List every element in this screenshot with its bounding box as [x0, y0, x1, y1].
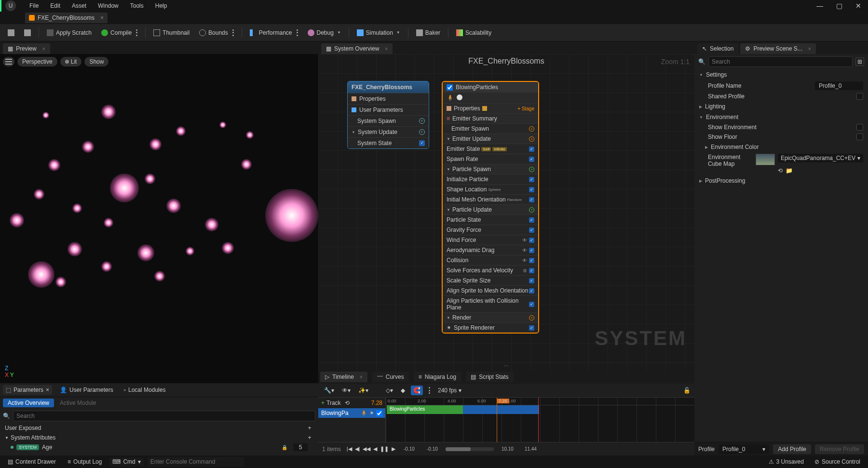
- menu-asset[interactable]: Asset: [66, 2, 92, 9]
- eye-icon[interactable]: 👁: [522, 238, 527, 243]
- check-icon[interactable]: ✓: [529, 268, 534, 273]
- add-icon[interactable]: +: [529, 126, 534, 132]
- play-reverse-button[interactable]: ◀: [373, 446, 377, 452]
- browse-asset-icon[interactable]: 📁: [786, 167, 793, 174]
- out-time[interactable]: 10.10: [498, 446, 517, 452]
- emitter-node[interactable]: BlowingParticles 🧍 Properties+ Stage≡Emi…: [442, 81, 539, 334]
- close-icon[interactable]: ×: [808, 46, 811, 52]
- check-icon[interactable]: ✓: [529, 325, 534, 331]
- emitter-section-row[interactable]: Initial Mesh OrientationRandom✓: [443, 194, 538, 204]
- end-marker[interactable]: [538, 398, 539, 442]
- inspector-search-input[interactable]: [708, 56, 853, 67]
- emitter-section-row[interactable]: Emitter StateSelfInfinite✓: [443, 144, 538, 154]
- step-back-key-button[interactable]: ◀◀: [363, 446, 370, 452]
- params-search-input[interactable]: [13, 411, 315, 421]
- emitter-header[interactable]: BlowingParticles: [443, 82, 538, 93]
- emitter-section-row[interactable]: Solve Forces and Velocity⚙✓: [443, 265, 538, 275]
- unsaved-button[interactable]: ⚠3 Unsaved: [765, 457, 808, 466]
- add-stage-button[interactable]: + Stage: [517, 106, 534, 111]
- emitter-section-row[interactable]: Properties+ Stage: [443, 103, 538, 113]
- in-time[interactable]: -0.10: [422, 446, 442, 452]
- window-close-button[interactable]: ✕: [849, 2, 868, 10]
- show-floor-checkbox[interactable]: [856, 134, 863, 140]
- emitter-section-row[interactable]: ▼Emitter Update+: [443, 134, 538, 144]
- emitter-section-row[interactable]: Particle State✓: [443, 214, 538, 225]
- check-icon[interactable]: ✓: [529, 187, 534, 192]
- node-row-properties[interactable]: Properties: [348, 93, 429, 104]
- niagara-log-tab[interactable]: ≡Niagara Log: [414, 372, 461, 382]
- content-drawer-button[interactable]: ▤Content Drawer: [4, 457, 60, 466]
- bounds-options-icon[interactable]: [232, 29, 234, 36]
- preview-tab[interactable]: ▦Preview×: [3, 43, 50, 54]
- source-control-button[interactable]: ⊘Source Control: [811, 457, 864, 466]
- eye-icon[interactable]: 👁: [522, 248, 527, 253]
- node-row-system-state[interactable]: System State✓: [348, 137, 429, 148]
- bounds-button[interactable]: Bounds: [195, 27, 238, 38]
- check-icon[interactable]: ✓: [529, 147, 534, 152]
- node-row-user-params[interactable]: User Parameters: [348, 104, 429, 115]
- check-icon[interactable]: ✓: [529, 217, 534, 223]
- check-icon[interactable]: ✓: [529, 258, 534, 263]
- menu-help[interactable]: Help: [149, 2, 173, 9]
- node-row-system-update[interactable]: ▼System Update+: [348, 126, 429, 137]
- sync-icon[interactable]: ⟲: [345, 400, 350, 406]
- node-row-system-spawn[interactable]: System Spawn+: [348, 115, 429, 126]
- apply-scratch-button[interactable]: Apply Scratch: [43, 27, 95, 38]
- add-profile-button[interactable]: Add Profile: [773, 444, 811, 454]
- fps-dropdown[interactable]: 240 fps ▾: [438, 387, 461, 394]
- key-dropdown[interactable]: ◇▾: [384, 386, 395, 395]
- emitter-track-row[interactable]: BlowingPa🧍✴: [318, 408, 385, 418]
- perf-options-icon[interactable]: [297, 29, 298, 36]
- check-icon[interactable]: ✓: [419, 140, 425, 146]
- preview-scene-tab[interactable]: ⚙Preview Scene S...×: [740, 43, 815, 54]
- step-back-frame-button[interactable]: ◀|: [355, 446, 360, 452]
- close-icon[interactable]: ×: [42, 46, 45, 52]
- check-icon[interactable]: ✓: [529, 288, 534, 294]
- active-overview-tab[interactable]: Active Overview: [3, 399, 54, 407]
- lit-dropdown[interactable]: Lit: [60, 57, 82, 67]
- remove-profile-button[interactable]: Remove Profile: [815, 444, 864, 454]
- add-icon[interactable]: +: [529, 315, 534, 321]
- lighting-section[interactable]: ▶Lighting: [694, 101, 868, 112]
- script-stats-tab[interactable]: ▤Script Stats: [466, 372, 513, 382]
- settings-icon[interactable]: ⊞: [855, 57, 864, 66]
- menu-window[interactable]: Window: [92, 2, 124, 9]
- show-dropdown[interactable]: Show: [84, 57, 108, 67]
- track-bar-emitter[interactable]: [463, 405, 539, 414]
- emitter-section-row[interactable]: ▼Particle Update+: [443, 204, 538, 214]
- spark-dropdown[interactable]: ✨▾: [356, 386, 370, 395]
- emitter-section-row[interactable]: ✴Sprite Renderer✓: [443, 322, 538, 333]
- emitter-section-row[interactable]: Wind Force👁✓: [443, 235, 538, 245]
- menu-file[interactable]: File: [24, 2, 44, 9]
- system-overview-graph[interactable]: FXE_CherryBlossoms Zoom 1:1 SYSTEM ︿ FXE…: [318, 54, 694, 371]
- goto-start-button[interactable]: |◀: [347, 446, 352, 452]
- emitter-section-row[interactable]: Align Particles with Collision Plane✓: [443, 295, 538, 312]
- check-icon[interactable]: ✓: [529, 157, 534, 162]
- performance-button[interactable]: Performance: [246, 27, 302, 38]
- environment-section[interactable]: ▼Environment: [694, 112, 868, 122]
- use-asset-icon[interactable]: ⟲: [778, 167, 783, 174]
- timeline-ruler[interactable]: 0.00 2.00 4.00 6.00 8.00 7.28: [386, 398, 694, 405]
- check-icon[interactable]: ✓: [529, 248, 534, 253]
- add-icon[interactable]: +: [529, 207, 534, 213]
- add-icon[interactable]: +: [306, 425, 313, 431]
- perspective-dropdown[interactable]: Perspective: [17, 57, 57, 67]
- emitter-section-row[interactable]: Collision👁✓: [443, 255, 538, 265]
- browse-button[interactable]: [20, 27, 35, 38]
- collapse-icon[interactable]: ︿: [503, 361, 509, 369]
- snap-options-icon[interactable]: [429, 387, 430, 394]
- gear-icon[interactable]: ⚙: [523, 268, 527, 273]
- timeline-track-area[interactable]: 0.00 2.00 4.00 6.00 8.00 7.28 BlowingPar…: [386, 398, 694, 442]
- add-track-button[interactable]: +Track⟲7.28: [318, 398, 385, 408]
- baker-button[interactable]: Baker: [412, 27, 444, 38]
- env-color-section[interactable]: ▶Environment Color: [694, 142, 868, 152]
- pause-button[interactable]: ❚❚: [380, 446, 389, 452]
- wrench-dropdown[interactable]: 🔧▾: [322, 386, 336, 395]
- menu-edit[interactable]: Edit: [44, 2, 66, 9]
- user-exposed-header[interactable]: User Exposed+: [2, 423, 316, 433]
- add-icon[interactable]: +: [529, 136, 534, 142]
- emitter-section-row[interactable]: Shape LocationSphere✓: [443, 184, 538, 194]
- playhead-label[interactable]: 7.28: [497, 399, 509, 403]
- snap-button[interactable]: 🧲: [411, 386, 423, 395]
- emitter-section-row[interactable]: Align Sprite to Mesh Orientation✓: [443, 285, 538, 295]
